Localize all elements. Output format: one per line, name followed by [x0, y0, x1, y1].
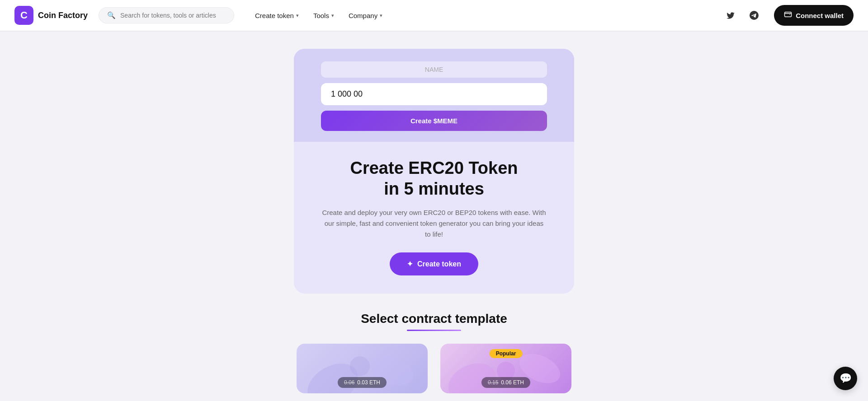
navbar: C Coin Factory 🔍 Create token ▾ Tools ▾ …	[0, 0, 868, 31]
section-title-wrap: Select contract template	[361, 312, 507, 331]
chevron-down-icon: ▾	[296, 13, 299, 19]
hero-text-block: Create ERC20 Tokenin 5 minutes Create an…	[294, 142, 574, 275]
chevron-down-icon: ▾	[380, 13, 382, 19]
nav-create-token[interactable]: Create token ▾	[249, 8, 305, 23]
popular-badge: Popular	[490, 349, 523, 358]
chevron-down-icon: ▾	[331, 13, 334, 19]
brand-name: Coin Factory	[38, 11, 88, 20]
connect-wallet-button[interactable]: Connect wallet	[774, 5, 854, 26]
nav-tools[interactable]: Tools ▾	[307, 8, 340, 23]
card-1-price-badge: 0.06 0.03 ETH	[338, 377, 387, 388]
logo-link[interactable]: C Coin Factory	[14, 6, 88, 25]
nav-company[interactable]: Company ▾	[342, 8, 389, 23]
logo-icon: C	[14, 6, 33, 25]
contract-card-1[interactable]: 0.06 0.03 ETH	[297, 344, 428, 393]
twitter-icon[interactable]	[722, 6, 740, 24]
contract-card-2[interactable]: Popular 0.15 0.06 ETH	[440, 344, 571, 393]
form-preview-name: NAME	[321, 61, 547, 78]
form-preview: NAME 1 000 00 Create $MEME	[294, 49, 574, 142]
form-preview-supply: 1 000 00	[321, 83, 547, 105]
section-title: Select contract template	[361, 312, 507, 326]
hero-card: NAME 1 000 00 Create $MEME Create ERC20 …	[294, 49, 574, 294]
hero-title: Create ERC20 Tokenin 5 minutes	[321, 158, 547, 199]
hero-create-token-button[interactable]: ✦ Create token	[390, 252, 478, 275]
contract-cards-row: 0.06 0.03 ETH Popular 0.15 0.06 ETH	[286, 344, 582, 393]
nav-links: Create token ▾ Tools ▾ Company ▾	[249, 8, 389, 23]
svg-rect-0	[785, 12, 792, 17]
chat-bubble-button[interactable]: 💬	[834, 367, 857, 390]
search-input[interactable]	[120, 12, 226, 19]
hero-section: NAME 1 000 00 Create $MEME Create ERC20 …	[0, 31, 868, 401]
chat-icon: 💬	[840, 373, 852, 384]
sparkle-icon: ✦	[407, 260, 413, 268]
search-icon: 🔍	[107, 11, 116, 19]
form-preview-cta[interactable]: Create $MEME	[321, 111, 547, 131]
social-icons	[722, 6, 763, 24]
card-2-price-badge: 0.15 0.06 ETH	[481, 377, 530, 388]
wallet-icon	[784, 10, 792, 20]
search-box[interactable]: 🔍	[99, 7, 234, 23]
svg-point-3	[350, 356, 370, 376]
hero-subtitle: Create and deploy your very own ERC20 or…	[321, 207, 547, 240]
section-underline	[407, 330, 461, 331]
telegram-icon[interactable]	[745, 6, 763, 24]
